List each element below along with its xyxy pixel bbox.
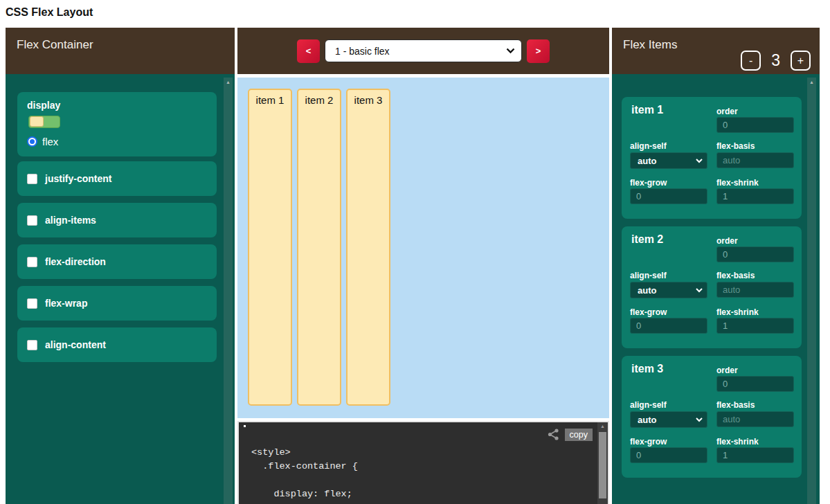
remove-item-button[interactable]: - [741,51,761,71]
justify-content-checkbox[interactable] [27,174,37,184]
display-flex-radio-row: flex [27,136,217,147]
item-3-card: item 3 order align-self auto flex-basis … [622,356,802,478]
item-1-align-self-select[interactable]: auto [630,152,707,169]
justify-content-card[interactable]: justify-content [17,161,217,196]
item-2-flex-basis-input[interactable] [716,282,794,298]
previous-scenario-button[interactable]: < [297,39,320,63]
flex-radio-label: flex [42,136,58,147]
item-2-align-self-wrap: auto [630,282,707,298]
flex-wrap-checkbox[interactable] [27,298,37,309]
item-1-order-input[interactable] [716,117,794,133]
app-root: CSS Flex Layout Flex Container display f… [0,0,830,504]
flex-container-panel-title: Flex Container [6,28,235,74]
left-panel-scrollbar[interactable]: ▲ [224,78,233,504]
item-3-flex-basis-input[interactable] [716,411,794,427]
item-3-flex-grow-input[interactable] [630,447,707,463]
align-items-card[interactable]: align-items [17,203,217,237]
display-toggle-knob [30,116,44,127]
item-2-order-input[interactable] [716,246,794,262]
align-content-checkbox[interactable] [27,340,37,350]
item-3-align-self-wrap: auto [630,411,707,428]
flex-shrink-label: flex-shrink [716,178,759,188]
flex-direction-card[interactable]: flex-direction [17,244,217,279]
display-property-card: display flex [17,92,217,156]
flex-grow-label: flex-grow [630,307,667,317]
align-content-label: align-content [45,339,106,350]
add-item-button[interactable]: + [791,51,811,71]
right-panel-scrollbar[interactable]: ▲ [807,78,816,504]
flex-wrap-label: flex-wrap [45,298,87,309]
flex-basis-label: flex-basis [716,271,755,280]
display-label: display [17,92,217,111]
item-count-controls: - 3 + [741,51,811,71]
scroll-up-icon[interactable]: ▲ [224,80,233,84]
flex-direction-label: flex-direction [45,256,106,267]
preview-flex-item-1: item 1 [248,89,292,406]
item-count: 3 [771,51,780,70]
align-self-label: align-self [630,400,667,410]
flex-wrap-card[interactable]: flex-wrap [17,286,217,321]
code-scroll-up-icon[interactable]: ▲ [597,424,608,429]
item-3-align-self-select[interactable]: auto [630,411,707,428]
code-scrollbar[interactable]: ▲ [597,422,608,504]
code-cursor-dot [244,425,246,427]
item-2-card: item 2 order align-self auto flex-basis … [622,226,802,348]
flex-grow-label: flex-grow [630,178,667,188]
align-items-checkbox[interactable] [27,215,37,226]
scroll-up-icon[interactable]: ▲ [807,80,816,84]
order-label: order [716,107,738,116]
item-2-title: item 2 [631,233,663,246]
flex-shrink-label: flex-shrink [716,307,759,317]
item-3-title: item 3 [631,363,663,375]
flex-grow-label: flex-grow [630,437,667,447]
flex-preview-container: item 1 item 2 item 3 [237,78,609,418]
order-label: order [716,366,738,375]
preview-flex-item-2: item 2 [297,89,341,406]
flex-shrink-label: flex-shrink [716,437,759,447]
preview-flex-item-3: item 3 [346,89,390,406]
code-scrollbar-thumb[interactable] [599,432,606,498]
code-panel: <style> .flex-container { display: flex;… [237,421,609,504]
flex-items-panel: Flex Items - 3 + item 1 order align-self… [612,28,820,504]
align-self-label: align-self [630,141,667,151]
copy-button[interactable]: copy [565,429,593,441]
share-icon[interactable] [547,428,560,441]
scenario-select-wrap: 1 - basic flex [325,39,522,62]
item-2-flex-shrink-input[interactable] [716,318,794,334]
flex-items-panel-body: item 1 order align-self auto flex-basis … [612,74,820,504]
item-2-align-self-select[interactable]: auto [630,282,707,298]
justify-content-label: justify-content [45,173,111,184]
code-toolbar: copy [547,428,593,441]
next-scenario-button[interactable]: > [527,39,550,63]
item-2-flex-grow-input[interactable] [630,318,707,334]
flex-basis-label: flex-basis [716,400,755,410]
item-1-flex-basis-input[interactable] [716,152,794,168]
flex-container-panel: Flex Container display flex justify-cont… [6,28,235,504]
display-toggle[interactable] [28,116,60,128]
code-text: <style> .flex-container { display: flex; [251,446,358,501]
item-1-flex-grow-input[interactable] [630,188,707,204]
item-3-order-input[interactable] [716,376,794,392]
item-1-title: item 1 [631,104,663,116]
page-title: CSS Flex Layout [6,6,93,19]
item-1-flex-shrink-input[interactable] [716,188,794,204]
flex-items-panel-title: Flex Items [623,38,677,51]
order-label: order [716,236,738,246]
item-1-align-self-wrap: auto [630,152,707,169]
item-1-card: item 1 order align-self auto flex-basis … [622,97,802,219]
flex-items-panel-header: Flex Items - 3 + [612,28,820,74]
align-items-label: align-items [45,215,96,226]
scenario-select[interactable]: 1 - basic flex [325,39,522,62]
align-self-label: align-self [630,271,667,280]
align-content-card[interactable]: align-content [17,327,217,362]
item-3-flex-shrink-input[interactable] [716,447,794,463]
flex-container-panel-body: display flex justify-content align-items [6,74,235,504]
flex-direction-checkbox[interactable] [27,257,37,267]
scenario-toolbar: < 1 - basic flex > [237,28,609,74]
flex-radio[interactable] [27,136,37,147]
flex-basis-label: flex-basis [716,141,755,151]
